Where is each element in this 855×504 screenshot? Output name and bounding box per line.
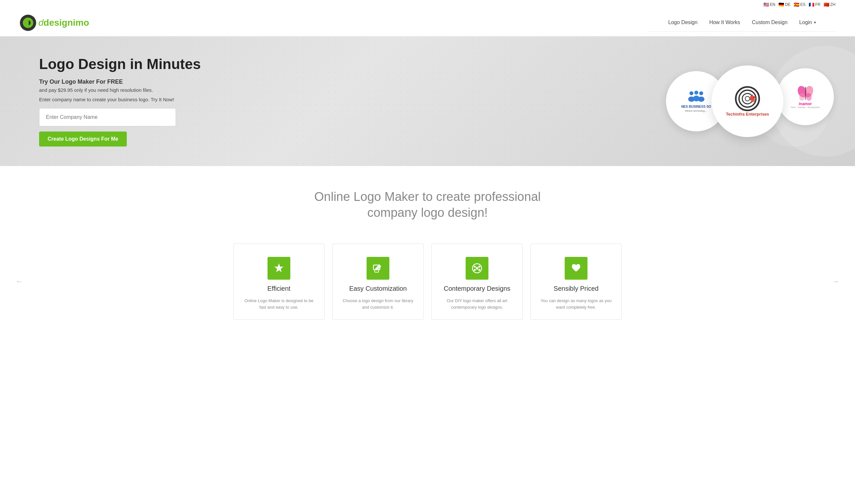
star-icon xyxy=(273,263,285,274)
lang-zh[interactable]: 🇨🇳 ZH xyxy=(824,2,835,7)
features-next-button[interactable]: → xyxy=(830,277,842,286)
nes-icon xyxy=(686,90,706,105)
customization-icon-box xyxy=(367,257,389,280)
nes-name: NES BUSINESS SOWhere technolog… xyxy=(681,105,711,112)
svg-point-8 xyxy=(698,96,704,102)
customization-title: Easy Customization xyxy=(349,285,407,292)
customization-desc: Choose a logo design from our library an… xyxy=(341,298,416,310)
lang-code-en: EN xyxy=(770,2,775,7)
svg-point-29 xyxy=(478,266,480,268)
lang-code-zh: ZH xyxy=(830,2,835,7)
features-section: ← Efficient Online Logo Maker is designe… xyxy=(0,237,855,339)
flag-de: 🇩🇪 xyxy=(779,2,784,7)
svg-point-30 xyxy=(474,269,476,271)
feature-card-customization: Easy Customization Choose a logo design … xyxy=(332,244,423,320)
hero-subtitle: Try Our Logo Maker For FREE xyxy=(39,78,201,85)
lang-code-de: DE xyxy=(785,2,790,7)
tagline-text: Online Logo Maker to create professional… xyxy=(297,189,558,221)
svg-point-27 xyxy=(476,267,478,270)
svg-marker-22 xyxy=(274,264,283,272)
main-nav: Logo Design How It Works Custom Design L… xyxy=(649,14,835,32)
svg-point-12 xyxy=(745,96,750,101)
techinfra-name: Techinfra Enterprises xyxy=(726,112,769,116)
hero-visuals: NES BUSINESS SOWhere technolog… Techinfr… xyxy=(660,36,855,166)
svg-point-28 xyxy=(474,266,476,268)
heart-icon xyxy=(570,263,582,274)
create-logo-button[interactable]: Create Logo Designs For Me xyxy=(39,131,127,146)
lang-code-fr: FR xyxy=(815,2,820,7)
feature-card-priced: Sensibly Priced You can design as many l… xyxy=(530,244,622,320)
efficient-title: Efficient xyxy=(267,285,291,292)
nav-login[interactable]: Login ▾ xyxy=(799,20,816,25)
svg-point-3 xyxy=(690,91,693,95)
hero-title: Logo Design in Minutes xyxy=(39,56,201,73)
palette-icon xyxy=(471,263,483,274)
chevron-down-icon: ▾ xyxy=(814,20,816,25)
contemporary-title: Contemporary Designs xyxy=(444,285,511,292)
brand-name: ddesignimo xyxy=(38,18,89,28)
features-grid: ← Efficient Online Logo Maker is designe… xyxy=(20,244,835,320)
priced-desc: You can design as many logos as you want… xyxy=(539,298,613,310)
feature-card-contemporary: Contemporary Designs Our DIY logo maker … xyxy=(432,244,523,320)
svg-rect-14 xyxy=(752,99,755,102)
nav-custom-design[interactable]: Custom Design xyxy=(752,20,787,25)
priced-title: Sensibly Priced xyxy=(554,285,598,292)
tagline-section: Online Logo Maker to create professional… xyxy=(0,166,855,237)
hero-desc: and pay $29.95 only if you need high res… xyxy=(39,87,201,93)
svg-point-4 xyxy=(694,91,698,94)
edit-icon xyxy=(372,263,384,274)
lang-en[interactable]: 🇺🇸 EN xyxy=(764,2,775,7)
hero-content: Logo Design in Minutes Try Our Logo Make… xyxy=(0,36,220,166)
contemporary-icon-box xyxy=(466,257,488,280)
inamor-icon xyxy=(797,85,814,101)
hero-section: Logo Design in Minutes Try Our Logo Make… xyxy=(0,36,855,166)
efficient-icon-box xyxy=(267,257,290,280)
hero-cta-text: Enter company name to create your busine… xyxy=(39,97,201,102)
svg-point-31 xyxy=(478,269,480,271)
svg-point-5 xyxy=(699,91,703,95)
flag-fr: 🇫🇷 xyxy=(809,2,814,7)
svg-point-15 xyxy=(753,96,755,98)
lang-fr[interactable]: 🇫🇷 FR xyxy=(809,2,820,7)
svg-point-16 xyxy=(752,95,753,96)
lang-de[interactable]: 🇩🇪 DE xyxy=(779,2,790,7)
logo-circle-inamor: inamor Care · Fashion · Accessories xyxy=(777,68,834,125)
flag-es: 🇪🇸 xyxy=(794,2,799,7)
nav-logo-design[interactable]: Logo Design xyxy=(668,20,698,25)
contemporary-desc: Our DIY logo maker offers all art contem… xyxy=(439,298,514,310)
efficient-desc: Online Logo Maker is designed to be fast… xyxy=(242,298,316,310)
flag-cn: 🇨🇳 xyxy=(824,2,829,7)
brand-icon xyxy=(20,14,36,31)
priced-icon-box xyxy=(565,257,588,280)
techinfra-icon xyxy=(734,86,761,112)
features-prev-button[interactable]: ← xyxy=(13,277,25,286)
company-name-input-wrap xyxy=(39,108,201,126)
inamor-name: inamor xyxy=(799,101,812,106)
company-name-input[interactable] xyxy=(39,108,176,126)
flag-us: 🇺🇸 xyxy=(764,2,769,7)
feature-card-efficient: Efficient Online Logo Maker is designed … xyxy=(233,244,325,320)
lang-bar: 🇺🇸 EN 🇩🇪 DE 🇪🇸 ES 🇫🇷 FR 🇨🇳 ZH xyxy=(0,0,855,9)
inamor-tagline: Care · Fashion · Accessories xyxy=(791,106,820,108)
site-header: ddesignimo Logo Design How It Works Cust… xyxy=(0,9,855,36)
site-logo[interactable]: ddesignimo xyxy=(20,14,89,31)
logo-circle-techinfra: Techinfra Enterprises xyxy=(712,66,783,137)
nav-how-it-works[interactable]: How It Works xyxy=(709,20,740,25)
lang-es[interactable]: 🇪🇸 ES xyxy=(794,2,805,7)
lang-code-es: ES xyxy=(800,2,805,7)
